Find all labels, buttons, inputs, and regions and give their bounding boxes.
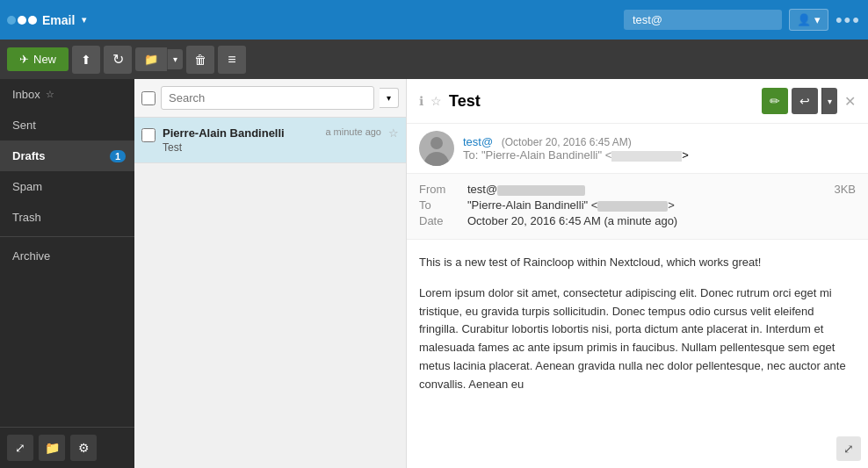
user-icon: 👤 [797,13,811,26]
sidebar-item-archive[interactable]: Archive [0,241,134,271]
main-layout: Inbox ☆ Sent Drafts 1 Spam Trash Archive… [0,79,868,468]
email-checkbox[interactable] [141,128,156,142]
email-view-header: ℹ ☆ Test ✏ ↩ ▾ ✕ [407,79,868,124]
edit-email-button[interactable]: ✏ [762,88,788,114]
email-from-info: test@ (October 20, 2016 6:45 AM) To: "Pi… [463,135,689,162]
body-paragraph-2: Lorem ipsum dolor sit amet, consectetur … [419,284,856,394]
from-address[interactable]: test@ [463,135,493,148]
sidebar-item-sent[interactable]: Sent [0,110,134,140]
reply-dropdown-button[interactable]: ▾ [821,88,837,114]
from-meta-label: From [419,183,450,196]
sidebar-item-spam[interactable]: Spam [0,171,134,202]
email-action-buttons: ✏ ↩ ▾ [762,88,837,114]
new-folder-button[interactable]: 📁 [39,435,65,461]
search-dropdown-button[interactable]: ▾ [380,88,399,108]
expand-button[interactable]: ⤢ [7,435,33,461]
app-dropdown-arrow[interactable]: ▾ [82,15,86,25]
drafts-badge: 1 [110,150,126,162]
info-icon: ℹ [419,94,423,108]
trash-icon: 🗑 [194,53,206,67]
email-title: Test [449,92,755,111]
user-menu-arrow: ▾ [814,13,821,26]
more-options-button[interactable]: ≡ [218,46,246,74]
compose-icon: ✈ [19,53,29,66]
folder-icon: 📁 [144,53,158,66]
sidebar-item-inbox[interactable]: Inbox ☆ [0,79,134,110]
email-body: This is a new test of Raincloop within N… [407,240,868,468]
inbox-star-icon[interactable]: ☆ [46,89,54,100]
email-view: ℹ ☆ Test ✏ ↩ ▾ ✕ [407,79,868,468]
topbar-more-icon[interactable]: ••• [835,9,861,32]
top-bar: Email ▾ 👤 ▾ ••• [0,0,868,40]
meta-to-row: To "Pierre-Alain Bandinelli" <> [419,198,856,212]
date-meta-value: October 20, 2016 6:45 AM (a minute ago) [467,214,677,227]
from-meta-value: test@ [467,183,585,196]
upload-icon: ⬆ [81,53,91,67]
email-list-panel: ▾ Pierre-Alain Bandinelli Test a minute … [134,79,407,468]
settings-button[interactable]: ⚙ [70,435,97,461]
select-all-checkbox[interactable] [141,91,156,105]
delete-button[interactable]: 🗑 [186,46,214,74]
email-view-wrapper: ℹ ☆ Test ✏ ↩ ▾ ✕ [407,79,868,468]
meta-date-row: Date October 20, 2016 6:45 AM (a minute … [419,214,856,227]
email-from-bar: test@ (October 20, 2016 6:45 AM) To: "Pi… [407,124,868,174]
close-email-button[interactable]: ✕ [844,93,856,110]
user-menu-button[interactable]: 👤 ▾ [789,9,828,31]
archive-label: Archive [12,249,50,263]
email-subject: Test [163,141,399,154]
app-name-label: Email [42,13,75,27]
new-email-button[interactable]: ✈ New [7,47,69,71]
sidebar-footer: ⤢ 📁 ⚙ [0,427,134,468]
to-meta-label: To [419,198,450,212]
inbox-label: Inbox [12,88,40,101]
folder-button[interactable]: 📁 [135,47,167,71]
menu-icon: ≡ [228,52,235,68]
folder-dropdown-button[interactable]: ▾ [167,49,183,69]
from-date: (October 20, 2016 6:45 AM) [502,136,632,148]
logo-icon [7,16,37,25]
sidebar: Inbox ☆ Sent Drafts 1 Spam Trash Archive… [0,79,134,468]
email-time: a minute ago [325,126,381,137]
logo-area: Email ▾ [7,13,86,27]
fullscreen-button[interactable]: ⤢ [836,436,861,461]
pencil-icon: ✏ [770,94,780,108]
user-search-input[interactable] [624,10,782,30]
email-list-header: ▾ [134,79,406,118]
new-label: New [33,53,56,66]
email-list-item[interactable]: Pierre-Alain Bandinelli Test a minute ag… [134,118,406,163]
toolbar: ✈ New ⬆ ↻ 📁 ▾ 🗑 ≡ [0,40,868,79]
reply-icon: ↩ [799,94,810,108]
email-star-icon[interactable]: ☆ [388,126,399,140]
spam-label: Spam [12,180,42,193]
email-star-toggle-icon[interactable]: ☆ [430,94,442,108]
body-paragraph-1: This is a new test of Raincloop within N… [419,254,856,272]
to-address-redacted [611,151,682,162]
sent-label: Sent [12,119,36,132]
meta-from-row: From test@ 3KB [419,183,856,196]
trash-label: Trash [12,211,41,224]
sidebar-item-drafts[interactable]: Drafts 1 [0,140,134,171]
avatar [419,131,454,166]
fullscreen-icon: ⤢ [843,442,854,456]
gear-icon: ⚙ [78,441,90,455]
to-meta-value: "Pierre-Alain Bandinelli" <> [467,198,675,212]
drafts-label: Drafts [12,149,46,162]
upload-button[interactable]: ⬆ [72,46,100,74]
refresh-icon: ↻ [112,51,124,68]
search-input[interactable] [161,86,374,110]
folder-button-group: 📁 ▾ [135,47,183,71]
refresh-button[interactable]: ↻ [104,46,132,74]
sidebar-item-trash[interactable]: Trash [0,202,134,233]
reply-button[interactable]: ↩ [792,88,818,114]
date-meta-label: Date [419,214,450,227]
email-size: 3KB [834,183,856,196]
to-label: To: "Pierre-Alain Bandinelli" < [463,148,611,162]
email-meta: From test@ 3KB To "Pierre-Alain Bandinel… [407,174,868,240]
folder-add-icon: 📁 [45,441,60,455]
expand-icon: ⤢ [15,441,25,455]
